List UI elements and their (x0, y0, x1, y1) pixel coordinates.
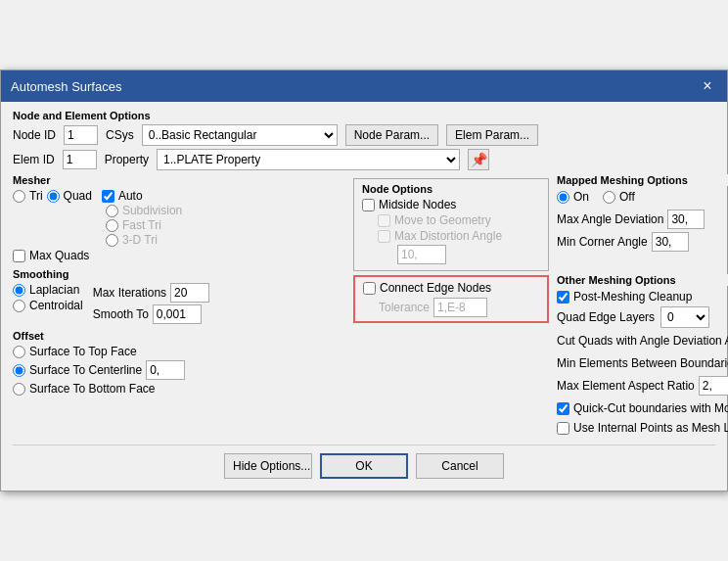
post-cleanup-label: Post-Meshing Cleanup (573, 290, 692, 304)
surface-bottom-label: Surface To Bottom Face (29, 382, 156, 396)
tri-label: Tri (29, 189, 43, 203)
max-quads-checkbox[interactable] (13, 250, 25, 262)
connect-edge-checkbox[interactable] (363, 282, 376, 295)
max-distortion-label: Max Distortion Angle (394, 229, 502, 243)
max-angle-input[interactable] (667, 210, 705, 229)
3d-tri-radio[interactable] (106, 234, 118, 247)
offset-section: Offset Surface To Top Face Surface To Ce… (13, 330, 345, 396)
elem-param-button[interactable]: Elem Param... (446, 124, 538, 146)
internal-points-label: Use Internal Points as Mesh Locations (573, 421, 728, 435)
subdivision-radio[interactable] (106, 205, 118, 217)
mapped-off-radio[interactable] (603, 191, 615, 204)
max-distortion-checkbox[interactable] (378, 230, 390, 243)
max-angle-label: Max Angle Deviation (557, 212, 663, 226)
left-panel: Mesher Tri Quad Auto (13, 174, 345, 435)
distortion-input[interactable] (397, 245, 446, 264)
midside-nodes-label: Midside Nodes (379, 198, 456, 211)
post-cleanup-checkbox[interactable] (557, 291, 569, 304)
laplacian-label: Laplacian (29, 283, 79, 297)
dialog-body: Node and Element Options Node ID CSys 0.… (1, 102, 727, 491)
3d-tri-label: 3-D Tri (122, 233, 158, 247)
min-corner-input[interactable] (652, 232, 689, 252)
surface-bottom-radio[interactable] (13, 383, 25, 396)
csys-label: CSys (106, 128, 134, 142)
node-param-button[interactable]: Node Param... (345, 124, 438, 146)
quad-label: Quad (64, 189, 92, 203)
right-panel: Mapped Meshing Options On (557, 174, 728, 435)
dialog-title: Automesh Surfaces (11, 79, 121, 94)
connect-edge-box: Connect Edge Nodes Tolerance (353, 275, 549, 323)
surface-center-radio[interactable] (13, 364, 25, 377)
property-select[interactable]: 1..PLATE Property (157, 149, 460, 170)
centroidal-radio[interactable] (13, 300, 25, 312)
ok-button[interactable]: OK (320, 453, 408, 479)
node-options-title: Node Options (362, 183, 540, 195)
auto-checkbox[interactable] (102, 190, 114, 203)
max-iter-input[interactable] (170, 283, 209, 303)
midside-nodes-checkbox[interactable] (362, 199, 375, 211)
max-aspect-input[interactable] (699, 376, 728, 396)
max-quads-label: Max Quads (29, 249, 89, 262)
move-to-geometry-label: Move to Geometry (394, 213, 491, 227)
subdivision-label: Subdivision (122, 204, 182, 217)
mapped-on-radio[interactable] (557, 191, 569, 204)
move-to-geometry-checkbox[interactable] (378, 214, 390, 227)
other-title: Other Meshing Options (557, 274, 728, 286)
fast-tri-label: Fast Tri (122, 218, 161, 232)
cancel-button[interactable]: Cancel (416, 453, 504, 479)
mapped-on-label: On (573, 190, 589, 204)
centroidal-label: Centroidal (29, 299, 83, 312)
mapped-title: Mapped Meshing Options (557, 174, 728, 186)
elem-id-label: Elem ID (13, 153, 55, 166)
smoothing-section: Smoothing Laplacian Centroidal (13, 268, 345, 324)
pin-button[interactable]: 📌 (468, 149, 489, 170)
main-content: Mesher Tri Quad Auto (13, 174, 715, 435)
offset-value-input[interactable] (146, 360, 185, 380)
offset-title: Offset (13, 330, 345, 342)
mesher-title: Mesher (13, 174, 345, 186)
laplacian-radio[interactable] (13, 284, 25, 297)
connect-edge-label: Connect Edge Nodes (380, 281, 491, 295)
quad-edge-label: Quad Edge Layers (557, 310, 655, 324)
mesher-section: Mesher Tri Quad Auto (13, 174, 345, 262)
smoothing-title: Smoothing (13, 268, 345, 280)
mapped-off-label: Off (619, 190, 635, 204)
title-bar: Automesh Surfaces × (1, 70, 727, 102)
tolerance-input[interactable] (433, 298, 487, 317)
node-options-box: Node Options Midside Nodes Move to Geome… (353, 178, 549, 271)
cut-quads-label: Cut Quads with Angle Deviation Above (557, 334, 728, 348)
surface-top-radio[interactable] (13, 346, 25, 358)
auto-label: Auto (118, 189, 143, 203)
footer-buttons: Hide Options... OK Cancel (13, 444, 715, 479)
hide-options-button[interactable]: Hide Options... (224, 453, 312, 479)
quad-edge-select[interactable]: 0 (660, 306, 709, 328)
elem-id-input[interactable] (63, 150, 97, 169)
node-id-label: Node ID (13, 128, 56, 142)
other-section: Other Meshing Options Post-Meshing Clean… (557, 274, 728, 435)
fast-tri-radio[interactable] (106, 219, 118, 232)
max-iter-label: Max Iterations (93, 286, 166, 300)
internal-points-checkbox[interactable] (557, 422, 569, 435)
smooth-to-label: Smooth To (93, 307, 149, 321)
tri-radio[interactable] (13, 190, 25, 203)
mapped-section: Mapped Meshing Options On (557, 174, 728, 266)
min-corner-label: Min Corner Angle (557, 235, 648, 249)
surface-top-label: Surface To Top Face (29, 345, 137, 358)
property-label: Property (105, 153, 149, 166)
quad-radio[interactable] (47, 190, 60, 203)
header-section: Node and Element Options Node ID CSys 0.… (13, 110, 715, 170)
header-label: Node and Element Options (13, 110, 715, 121)
csys-select[interactable]: 0..Basic Rectangular (142, 124, 338, 146)
middle-panel: Node Options Midside Nodes Move to Geome… (353, 174, 549, 435)
surface-center-label: Surface To Centerline (29, 363, 142, 377)
smooth-to-input[interactable] (153, 304, 202, 324)
quick-cut-label: Quick-Cut boundaries with More Than (573, 401, 728, 415)
max-aspect-label: Max Element Aspect Ratio (557, 379, 695, 393)
tolerance-label: Tolerance (379, 301, 430, 314)
close-button[interactable]: × (698, 76, 717, 96)
node-id-input[interactable] (64, 125, 98, 145)
automesh-dialog: Automesh Surfaces × Node and Element Opt… (0, 70, 728, 491)
min-elements-label: Min Elements Between Boundaries (557, 356, 728, 370)
quick-cut-checkbox[interactable] (557, 402, 569, 415)
